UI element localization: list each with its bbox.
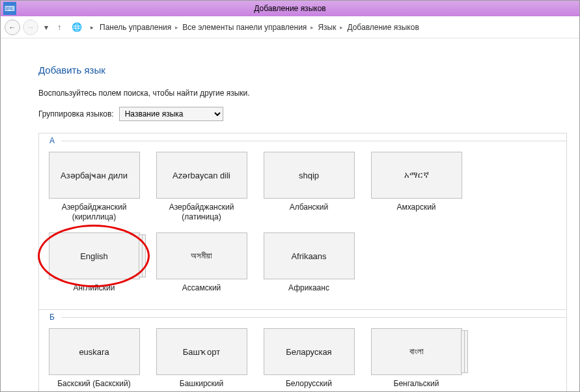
language-tile[interactable]: БеларускаяБелорусский <box>262 328 356 392</box>
language-tile-box[interactable]: English <box>49 232 140 279</box>
language-tile-box[interactable]: Azərbaycan dili <box>156 152 247 199</box>
language-tile[interactable]: Azərbaycan diliАзербайджанский (латиница… <box>154 152 249 222</box>
chevron-right-icon: ▸ <box>175 24 178 31</box>
window-title: Добавление языков <box>254 4 325 13</box>
system-icon: ⌨ <box>3 2 16 15</box>
language-tile-box[interactable]: euskara <box>49 328 140 375</box>
language-tile[interactable]: shqipАлбанский <box>262 152 356 222</box>
section-header: Б <box>39 310 566 324</box>
language-tile-label: Баскский (Баскский) <box>57 379 131 392</box>
title-bar: ⌨ Добавление языков <box>1 1 579 16</box>
section-rule <box>61 317 566 318</box>
up-button[interactable]: ↑ <box>54 22 64 33</box>
language-tile-box[interactable]: বাংলা <box>371 328 462 375</box>
language-tile-label: Африкаанс <box>288 283 329 303</box>
chevron-right-icon: ▸ <box>87 22 97 33</box>
language-tile[interactable]: EnglishАнглийский <box>47 232 141 303</box>
chevron-right-icon: ▸ <box>311 24 314 31</box>
address-icon: 🌐 <box>71 21 83 33</box>
section-letter: А <box>49 136 55 145</box>
section-letter: Б <box>49 313 55 322</box>
language-tile-box[interactable]: Азәрбајҹан дили <box>49 152 140 199</box>
language-tile[interactable]: অসমীয়াАссамский <box>154 232 249 303</box>
language-tile-box[interactable]: shqip <box>264 152 355 199</box>
language-tile-box[interactable]: Беларуская <box>264 328 355 375</box>
breadcrumb-item[interactable]: Все элементы панели управления <box>182 23 307 32</box>
language-tile-label: Белорусский <box>286 379 332 392</box>
language-tile-label: Английский <box>74 283 115 303</box>
language-tile-label: Бенгальский <box>394 379 439 392</box>
group-label: Группировка языков: <box>38 109 114 119</box>
group-row: Группировка языков: Название языка <box>38 107 556 121</box>
language-tile-label: Азербайджанский (латиница) <box>154 203 249 222</box>
breadcrumb-item[interactable]: Панель управления <box>100 23 171 32</box>
breadcrumb-item[interactable]: Добавление языков <box>347 23 419 32</box>
breadcrumb-item[interactable]: Язык <box>318 23 336 32</box>
back-button[interactable]: ← <box>5 20 20 35</box>
language-tile-box[interactable]: አማርኛ <box>371 152 462 199</box>
hint-text: Воспользуйтесь полем поиска, чтобы найти… <box>38 89 556 98</box>
language-tile-box[interactable]: Afrikaans <box>264 232 355 279</box>
language-tile-label: Ассамский <box>182 283 221 303</box>
language-tile-label: Амхарский <box>396 203 435 222</box>
nav-bar: ← → ▾ ↑ 🌐 ▸ Панель управления ▸ Все элем… <box>1 16 579 38</box>
language-tile[interactable]: БашҡортБашкирский <box>154 328 249 392</box>
page-title: Добавить язык <box>38 64 556 76</box>
forward-button[interactable]: → <box>23 20 38 35</box>
content-area: Добавить язык Воспользуйтесь полем поиск… <box>1 38 579 392</box>
language-tile-label: Албанский <box>290 203 329 222</box>
section-header: А <box>39 133 566 148</box>
tile-row: euskaraБаскский (Баскский)БашҡортБашкирс… <box>39 324 566 392</box>
tile-row: Азәрбајҹан дилиАзербайджанский (кириллиц… <box>39 148 566 309</box>
language-tile-box[interactable]: অসমীয়া <box>156 232 247 279</box>
language-tile-box[interactable]: Башҡорт <box>156 328 247 375</box>
language-tile[interactable]: বাংলাБенгальский <box>369 328 463 392</box>
language-tile[interactable]: አማርኛАмхарский <box>369 152 463 222</box>
language-tile-label: Башкирский <box>180 379 223 392</box>
chevron-right-icon: ▸ <box>340 24 343 31</box>
language-tile-label: Азербайджанский (кириллица) <box>47 203 141 222</box>
language-tile[interactable]: Азәрбајҹан дилиАзербайджанский (кириллиц… <box>47 152 141 222</box>
language-sections: ААзәрбајҹан дилиАзербайджанский (кирилли… <box>38 133 567 392</box>
section-rule <box>61 141 566 141</box>
breadcrumb: Панель управления ▸ Все элементы панели … <box>100 23 419 32</box>
language-tile[interactable]: euskaraБаскский (Баскский) <box>47 328 141 392</box>
history-dropdown-icon[interactable]: ▾ <box>41 22 51 33</box>
language-tile[interactable]: AfrikaansАфрикаанс <box>262 232 356 303</box>
group-select[interactable]: Название языка <box>119 107 223 121</box>
